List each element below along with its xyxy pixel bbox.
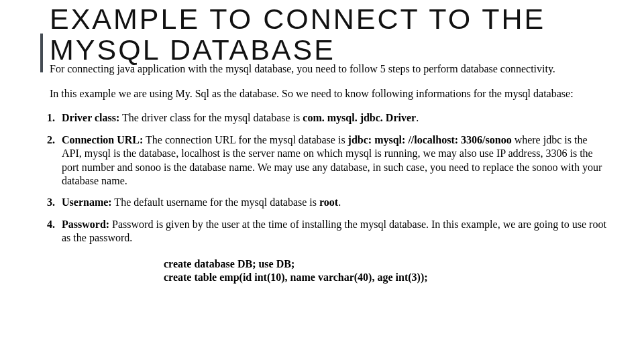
slide-title: EXAMPLE TO CONNECT TO THE MYSQL DATABASE	[40, 4, 606, 65]
title-accent-bar	[40, 34, 43, 72]
item-label: Driver class:	[62, 112, 119, 123]
item-label: Password:	[62, 219, 109, 230]
intro-paragraph-2: In this example we are using My. Sql as …	[50, 87, 606, 101]
sql-code-block: create database DB; use DB; create table…	[164, 257, 606, 284]
item-bold: jdbc: mysql: //localhost: 3306/sonoo	[348, 134, 512, 145]
item-text: The driver class for the mysql database …	[119, 112, 303, 123]
list-item: 1. Driver class: The driver class for th…	[50, 111, 606, 125]
slide-body: For connecting java application with the…	[47, 62, 606, 284]
list-item: 3. Username: The default username for th…	[50, 196, 606, 209]
item-text: Password is given by the user at the tim…	[62, 219, 606, 243]
list-item: 4. Password: Password is given by the us…	[50, 218, 606, 245]
item-text: .	[416, 112, 419, 123]
item-number: 4.	[47, 218, 55, 231]
title-wrap: EXAMPLE TO CONNECT TO THE MYSQL DATABASE	[40, 0, 606, 65]
item-label: Username:	[62, 196, 112, 208]
item-label: Connection URL:	[62, 134, 143, 145]
slide: EXAMPLE TO CONNECT TO THE MYSQL DATABASE…	[0, 0, 644, 362]
item-text: The connection URL for the mysql databas…	[143, 134, 347, 145]
steps-list: 1. Driver class: The driver class for th…	[50, 111, 606, 245]
item-bold: com. mysql. jdbc. Driver	[303, 112, 416, 123]
item-number: 1.	[47, 111, 55, 125]
item-text: .	[338, 196, 341, 208]
item-number: 3.	[47, 196, 55, 209]
item-number: 2.	[47, 133, 55, 147]
item-bold: root	[319, 196, 338, 208]
item-text: The default username for the mysql datab…	[112, 196, 319, 208]
list-item: 2. Connection URL: The connection URL fo…	[50, 133, 606, 188]
